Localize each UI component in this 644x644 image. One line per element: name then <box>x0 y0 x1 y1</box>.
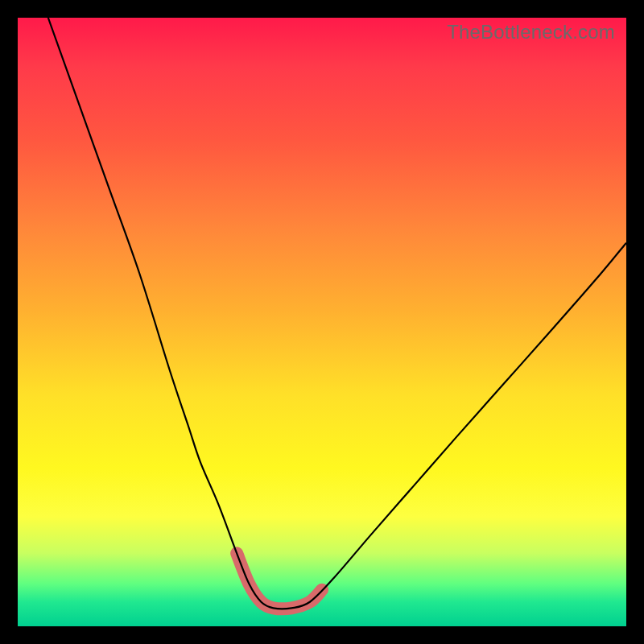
chart-frame: TheBottleneck.com <box>0 0 644 644</box>
bottleneck-curve-svg <box>18 18 626 626</box>
watermark-label: TheBottleneck.com <box>447 21 615 43</box>
bottleneck-curve <box>48 18 626 609</box>
plot-area: TheBottleneck.com <box>18 18 626 626</box>
valley-highlight <box>237 553 322 609</box>
